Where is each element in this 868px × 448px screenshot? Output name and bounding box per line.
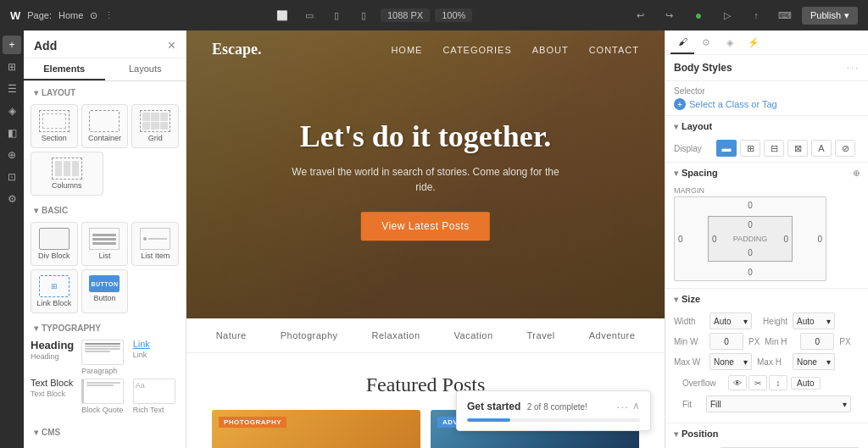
cat-photography[interactable]: Photography bbox=[281, 330, 338, 340]
padding-left-value[interactable]: 0 bbox=[712, 235, 717, 244]
position-section-header[interactable]: ▾ Position bbox=[665, 423, 868, 444]
navigator-icon[interactable]: ☰ bbox=[3, 80, 21, 98]
element-columns[interactable]: Columns bbox=[31, 152, 103, 196]
heading-preview: Heading bbox=[31, 340, 74, 351]
toast-title: Get started bbox=[467, 401, 520, 412]
maxh-dropdown[interactable]: None▾ bbox=[793, 353, 835, 370]
cat-nature[interactable]: Nature bbox=[216, 330, 247, 340]
top-bar: W Page: Home ⊙ ⋮ ⬜ ▭ ▯ ▯ 1088 PX 100% ↩ … bbox=[0, 0, 868, 30]
tab-layouts[interactable]: Layouts bbox=[105, 58, 186, 80]
display-inline-btn[interactable]: ⊠ bbox=[787, 140, 808, 157]
display-block-btn[interactable]: ▬ bbox=[716, 140, 737, 157]
overflow-hidden-icon[interactable]: ✂ bbox=[748, 375, 767, 390]
toast-menu-button[interactable]: ··· bbox=[616, 400, 629, 413]
site-preview: Escape. HOME CATEGORIES ABOUT CONTACT Le… bbox=[186, 30, 665, 448]
height-dropdown[interactable]: Auto▾ bbox=[793, 312, 835, 329]
ecommerce-icon[interactable]: ⊕ bbox=[3, 146, 21, 164]
cat-relaxation[interactable]: Relaxation bbox=[372, 330, 420, 340]
interactions-tab[interactable]: ◈ bbox=[718, 30, 742, 54]
element-container[interactable]: Container bbox=[81, 104, 129, 148]
margin-right-value[interactable]: 0 bbox=[817, 235, 822, 244]
margin-top-value[interactable]: 0 bbox=[748, 201, 753, 210]
nav-home[interactable]: HOME bbox=[391, 45, 422, 55]
share-icon[interactable]: ↑ bbox=[744, 5, 768, 25]
add-panel-header: Add × bbox=[24, 30, 186, 58]
element-columns-label: Columns bbox=[52, 181, 82, 190]
mobile-view-icon[interactable]: ▯ bbox=[325, 5, 348, 25]
add-elements-icon[interactable]: + bbox=[3, 36, 21, 54]
element-heading[interactable]: Heading Heading bbox=[31, 340, 76, 375]
featured-card-1[interactable]: PHOTOGRAPHY bbox=[212, 410, 420, 448]
styles-tab[interactable]: 🖌 bbox=[670, 30, 694, 54]
element-divblock[interactable]: Div Block bbox=[31, 222, 78, 266]
publish-button[interactable]: Publish ▾ bbox=[802, 7, 858, 25]
fit-dropdown[interactable]: Fill▾ bbox=[706, 395, 851, 412]
element-listitem[interactable]: List Item bbox=[131, 222, 179, 266]
element-paragraph[interactable]: Paragraph bbox=[81, 340, 127, 375]
display-grid-btn[interactable]: ⊟ bbox=[764, 140, 784, 157]
element-grid[interactable]: Grid bbox=[131, 104, 179, 148]
cat-adventure[interactable]: Adventure bbox=[589, 330, 636, 340]
components-tab[interactable]: ⚡ bbox=[742, 30, 765, 54]
nav-contact[interactable]: CONTACT bbox=[589, 45, 639, 55]
top-bar-left: W Page: Home ⊙ ⋮ bbox=[10, 9, 114, 22]
padding-right-value[interactable]: 0 bbox=[783, 235, 788, 244]
spacing-section-header[interactable]: ▾ Spacing ⊕ bbox=[665, 163, 868, 183]
hero-cta-button[interactable]: View Latest Posts bbox=[361, 212, 490, 241]
minw-input[interactable] bbox=[709, 333, 743, 350]
assets-icon[interactable]: ◧ bbox=[3, 124, 21, 142]
margin-bottom-value[interactable]: 0 bbox=[748, 268, 753, 277]
logic-icon[interactable]: ⊡ bbox=[3, 168, 21, 186]
cms-icon[interactable]: ◈ bbox=[3, 102, 21, 120]
toast-collapse-button[interactable]: ∧ bbox=[632, 400, 640, 413]
settings-tab[interactable]: ⚙ bbox=[694, 30, 718, 54]
spacing-reset-icon[interactable]: ⊕ bbox=[853, 169, 860, 178]
maxw-dropdown[interactable]: None▾ bbox=[709, 353, 752, 370]
cat-travel[interactable]: Travel bbox=[527, 330, 555, 340]
element-blockquote[interactable]: Block Quote bbox=[81, 379, 127, 414]
settings-sidebar-icon[interactable]: ⚙ bbox=[3, 190, 21, 208]
toast-actions: ··· ∧ bbox=[616, 400, 640, 413]
element-text[interactable]: Text Block Text Block bbox=[31, 379, 76, 414]
size-section-header[interactable]: ▾ Size bbox=[665, 289, 868, 309]
minh-input[interactable] bbox=[800, 333, 834, 350]
element-section[interactable]: Section bbox=[31, 104, 78, 148]
display-none-btn[interactable]: ⊘ bbox=[835, 140, 855, 157]
width-dropdown[interactable]: Auto▾ bbox=[709, 312, 752, 329]
nav-about[interactable]: ABOUT bbox=[532, 45, 569, 55]
nav-categories[interactable]: CATEGORIES bbox=[442, 45, 511, 55]
overflow-row: Overflow 👁 ✂ ↕ Auto bbox=[674, 373, 860, 392]
overflow-auto-value[interactable]: Auto bbox=[791, 377, 821, 390]
cat-vacation[interactable]: Vacation bbox=[454, 330, 493, 340]
add-panel-close-button[interactable]: × bbox=[168, 39, 175, 53]
pages-icon[interactable]: ⊞ bbox=[3, 58, 21, 76]
toast-progress-bar bbox=[467, 418, 640, 422]
element-linkblock[interactable]: ⊞ Link Block bbox=[31, 269, 78, 313]
overflow-scroll-icon[interactable]: ↕ bbox=[769, 375, 787, 390]
layout-section-header[interactable]: ▾ Layout bbox=[665, 116, 868, 136]
element-richtext[interactable]: Aa Rich Text bbox=[133, 379, 179, 414]
redo-icon[interactable]: ↪ bbox=[658, 5, 682, 25]
overflow-icons: 👁 ✂ ↕ bbox=[728, 375, 787, 390]
margin-left-value[interactable]: 0 bbox=[678, 235, 683, 244]
tablet-view-icon[interactable]: ▭ bbox=[298, 5, 321, 25]
element-link[interactable]: Link Link bbox=[133, 340, 179, 375]
element-button[interactable]: BUTTON Button bbox=[81, 269, 129, 313]
padding-top-value[interactable]: 0 bbox=[748, 220, 753, 230]
panel-menu-button[interactable]: ··· bbox=[847, 63, 860, 73]
preview-icon[interactable]: ▷ bbox=[715, 5, 739, 25]
undo-icon[interactable]: ↩ bbox=[629, 5, 653, 25]
keyboard-icon[interactable]: ⌨ bbox=[773, 5, 797, 25]
toolbar-right: ↩ ↪ ● ▷ ↑ ⌨ Publish ▾ bbox=[629, 5, 858, 25]
padding-bottom-value[interactable]: 0 bbox=[748, 248, 753, 257]
paragraph-icon bbox=[81, 340, 124, 365]
display-a-btn[interactable]: A bbox=[811, 140, 832, 157]
element-list[interactable]: List bbox=[81, 222, 129, 266]
phone-view-icon[interactable]: ▯ bbox=[352, 5, 376, 25]
overflow-visible-icon[interactable]: 👁 bbox=[728, 375, 747, 390]
layout-section-header: Layout bbox=[24, 81, 186, 101]
tab-elements[interactable]: Elements bbox=[24, 58, 105, 80]
desktop-view-icon[interactable]: ⬜ bbox=[270, 5, 294, 25]
selector-button[interactable]: + Select a Class or Tag bbox=[674, 98, 860, 110]
display-flex-btn[interactable]: ⊞ bbox=[740, 140, 760, 157]
